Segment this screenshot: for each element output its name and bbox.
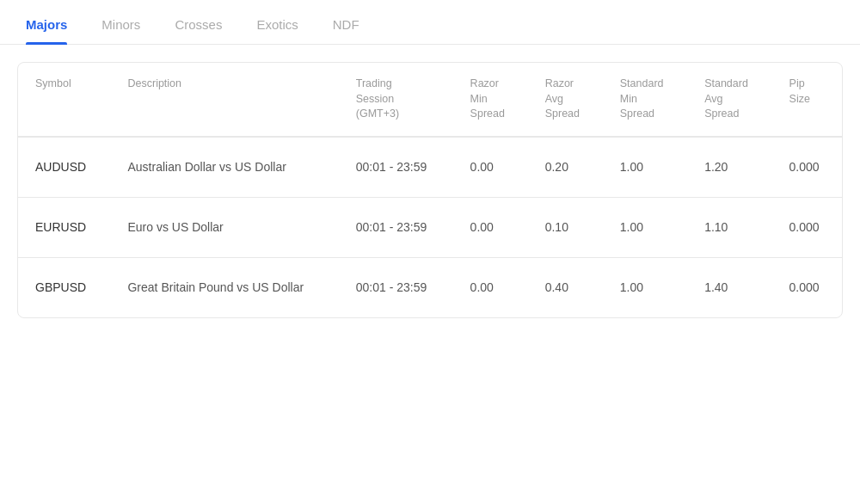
col-header-standard_min_spread: Standard Min Spread [603,63,687,137]
col-header-razor_min_spread: Razor Min Spread [453,63,528,137]
cell-description: Australian Dollar vs US Dollar [110,137,338,198]
tab-ndf[interactable]: NDF [333,0,359,44]
tab-crosses[interactable]: Crosses [175,0,222,44]
cell-pip_size: 0.000 [772,137,842,198]
cell-pip_size: 0.000 [772,197,842,257]
cell-razor_avg_spread: 0.40 [528,257,603,317]
cell-standard_avg_spread: 1.10 [687,197,771,257]
col-header-standard_avg_spread: Standard Avg Spread [687,63,771,137]
cell-standard_avg_spread: 1.40 [687,257,771,317]
cell-razor_min_spread: 0.00 [453,137,528,198]
cell-trading_session: 00:01 - 23:59 [339,197,453,257]
cell-symbol: GBPUSD [18,257,110,317]
spreads-table: SymbolDescriptionTrading Session (GMT+3)… [18,63,842,317]
table-row: AUDUSDAustralian Dollar vs US Dollar00:0… [18,137,842,198]
cell-standard_avg_spread: 1.20 [687,137,771,198]
cell-trading_session: 00:01 - 23:59 [339,137,453,198]
table-header-row: SymbolDescriptionTrading Session (GMT+3)… [18,63,842,137]
tab-exotics[interactable]: Exotics [256,0,298,44]
tab-minors[interactable]: Minors [101,0,140,44]
cell-razor_avg_spread: 0.10 [528,197,603,257]
col-header-trading_session: Trading Session (GMT+3) [339,63,453,137]
table-row: GBPUSDGreat Britain Pound vs US Dollar00… [18,257,842,317]
cell-symbol: EURUSD [18,197,110,257]
col-header-symbol: Symbol [18,63,110,137]
tab-navigation: MajorsMinorsCrossesExoticsNDF [0,0,860,45]
table-body: AUDUSDAustralian Dollar vs US Dollar00:0… [18,137,842,317]
data-table-container: SymbolDescriptionTrading Session (GMT+3)… [17,62,843,318]
cell-razor_min_spread: 0.00 [453,197,528,257]
table-row: EURUSDEuro vs US Dollar00:01 - 23:590.00… [18,197,842,257]
cell-standard_min_spread: 1.00 [603,257,687,317]
cell-symbol: AUDUSD [18,137,110,198]
cell-trading_session: 00:01 - 23:59 [339,257,453,317]
col-header-pip_size: Pip Size [772,63,842,137]
cell-standard_min_spread: 1.00 [603,137,687,198]
cell-description: Euro vs US Dollar [110,197,338,257]
cell-pip_size: 0.000 [772,257,842,317]
cell-description: Great Britain Pound vs US Dollar [110,257,338,317]
col-header-description: Description [110,63,338,137]
col-header-razor_avg_spread: Razor Avg Spread [528,63,603,137]
cell-razor_avg_spread: 0.20 [528,137,603,198]
cell-razor_min_spread: 0.00 [453,257,528,317]
cell-standard_min_spread: 1.00 [603,197,687,257]
tab-majors[interactable]: Majors [26,0,67,44]
